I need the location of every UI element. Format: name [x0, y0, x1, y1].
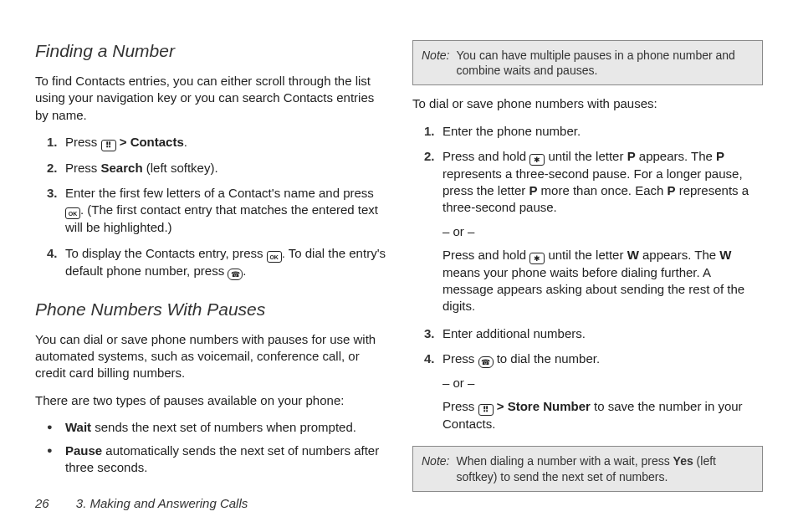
text: until the letter: [545, 248, 627, 262]
intro-finding-number: To find Contacts entries, you can either…: [35, 73, 386, 124]
list-item-wait: Wait sends the next set of numbers when …: [47, 419, 386, 436]
w-letter: W: [627, 248, 639, 262]
text: (left softkey).: [143, 161, 218, 175]
text: .: [243, 263, 246, 278]
text: Press: [442, 399, 478, 413]
step-4: Press to dial the number. – or – Press >…: [424, 350, 763, 433]
left-column: Finding a Number To find Contacts entrie…: [35, 40, 386, 502]
step-3: Enter additional numbers.: [424, 325, 763, 342]
pause-types-list: Wait sends the next set of numbers when …: [35, 419, 386, 477]
text: . (The first contact entry that matches …: [65, 202, 378, 234]
page-number: 26: [35, 496, 49, 510]
ok-key-icon: [65, 207, 80, 219]
wait-label: Wait: [65, 420, 91, 434]
text: Press: [65, 161, 101, 175]
star-key-icon: [529, 154, 545, 166]
page-footer: 26 3. Making and Answering Calls: [35, 496, 248, 510]
text: When dialing a number with a wait, press: [456, 454, 673, 468]
note-label: Note:: [422, 48, 449, 78]
text: until the letter: [545, 149, 627, 163]
heading-pauses: Phone Numbers With Pauses: [35, 299, 386, 320]
note-box-2: Note: When dialing a number with a wait,…: [412, 446, 763, 491]
menu-key-icon: [478, 404, 494, 416]
manual-page: Finding a Number To find Contacts entrie…: [0, 0, 798, 532]
call-key-icon: [228, 269, 243, 280]
text: Press: [65, 135, 101, 149]
chapter-title: 3. Making and Answering Calls: [76, 496, 248, 510]
text: more than once. Each: [537, 183, 667, 197]
step-1: Enter the phone number.: [424, 123, 763, 140]
step-1: Press > Contacts.: [47, 134, 386, 151]
pause-label: Pause: [65, 443, 102, 458]
heading-finding-number: Finding a Number: [35, 40, 386, 61]
text: Press: [442, 351, 478, 366]
or-separator: – or –: [442, 223, 763, 240]
intro-pauses-2: There are two types of pauses available …: [35, 392, 386, 409]
text: automatically sends the next set of numb…: [65, 443, 379, 474]
p-letter: P: [627, 149, 636, 163]
store-number-label: Store Number: [508, 399, 591, 413]
step-2: Press and hold until the letter P appear…: [424, 148, 763, 315]
steps-dial-save: Enter the phone number. Press and hold u…: [412, 123, 763, 433]
text: Enter the first few letters of a Contact…: [65, 186, 374, 200]
text: Enter the phone number.: [442, 124, 581, 138]
text: Enter additional numbers.: [442, 326, 586, 340]
note-text: When dialing a number with a wait, press…: [456, 453, 754, 483]
lead-dial-save: To dial or save phone numbers with pause…: [412, 95, 763, 112]
step-4-alt: Press > Store Number to save the number …: [442, 398, 763, 432]
note-box-1: Note: You can have multiple pauses in a …: [412, 40, 763, 85]
step-2-alt: Press and hold until the letter W appear…: [442, 247, 763, 315]
ok-key-icon: [267, 251, 282, 263]
intro-pauses-1: You can dial or save phone numbers with …: [35, 331, 386, 382]
text: Press and hold: [442, 248, 529, 262]
right-column: Note: You can have multiple pauses in a …: [412, 40, 763, 502]
step-2: Press Search (left softkey).: [47, 160, 386, 176]
text: Press and hold: [442, 149, 529, 163]
star-key-icon: [529, 253, 545, 264]
gt-separator: >: [116, 135, 130, 149]
or-separator: – or –: [442, 375, 763, 391]
p-letter: P: [716, 149, 724, 163]
text: to dial the number.: [494, 351, 601, 366]
two-column-layout: Finding a Number To find Contacts entrie…: [35, 40, 763, 502]
text: appears. The: [636, 149, 716, 163]
menu-key-icon: [101, 140, 116, 151]
w-letter: W: [719, 248, 731, 262]
text: sends the next set of numbers when promp…: [91, 420, 356, 434]
text: .: [184, 135, 187, 149]
call-key-icon: [478, 356, 494, 368]
p-letter: P: [529, 183, 537, 197]
note-text: You can have multiple pauses in a phone …: [456, 48, 754, 78]
note-label: Note:: [422, 453, 449, 483]
gt-separator: >: [494, 399, 508, 413]
step-4: To display the Contacts entry, press . T…: [47, 245, 386, 280]
text: means your phone waits before dialing fu…: [442, 265, 744, 314]
p-letter: P: [668, 183, 676, 197]
step-3: Enter the first few letters of a Contact…: [47, 185, 386, 237]
yes-label: Yes: [673, 454, 693, 468]
list-item-pause: Pause automatically sends the next set o…: [47, 442, 386, 477]
text: appears. The: [639, 248, 719, 262]
text: To display the Contacts entry, press: [65, 246, 267, 260]
search-label: Search: [101, 161, 143, 175]
steps-finding-number: Press > Contacts. Press Search (left sof…: [35, 134, 386, 280]
contacts-label: Contacts: [130, 135, 184, 149]
